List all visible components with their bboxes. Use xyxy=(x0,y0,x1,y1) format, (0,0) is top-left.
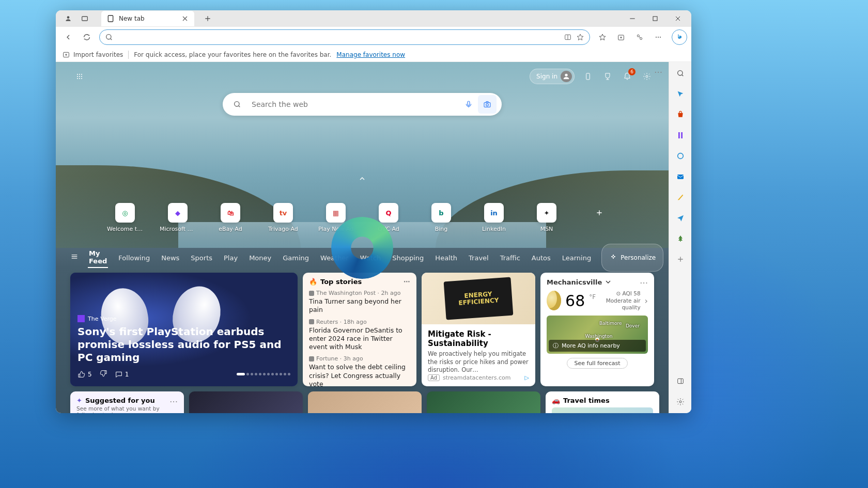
tab-actions-button[interactable] xyxy=(79,12,91,25)
app-launcher-button[interactable] xyxy=(71,68,88,85)
new-tab-button[interactable] xyxy=(200,11,215,26)
quick-link[interactable]: ◆Microsoft 365 xyxy=(162,203,193,232)
sidebar-games-icon[interactable] xyxy=(673,190,688,204)
feed-nav-item[interactable]: Traffic xyxy=(499,252,521,264)
notifications-icon[interactable]: 6 xyxy=(621,70,633,83)
sidebar-tree-icon[interactable] xyxy=(673,231,688,246)
collapse-quicklinks-button[interactable] xyxy=(358,175,366,185)
quick-link[interactable]: bBing xyxy=(426,203,457,232)
tab-close-button[interactable] xyxy=(181,14,189,23)
news-thumbnail-card[interactable] xyxy=(308,391,422,413)
close-window-button[interactable] xyxy=(667,10,689,27)
feed-nav-item[interactable]: Learning xyxy=(561,252,592,264)
news-thumbnail-card[interactable] xyxy=(427,391,540,413)
moon-icon xyxy=(547,291,561,310)
minimize-button[interactable] xyxy=(621,10,644,27)
feed-nav-item[interactable]: Play xyxy=(223,252,239,264)
personalize-button[interactable]: Personalize xyxy=(601,244,663,272)
feed-nav-item[interactable]: Money xyxy=(248,252,272,264)
feed-nav-item[interactable]: Autos xyxy=(531,252,552,264)
svg-point-15 xyxy=(81,74,82,75)
travel-times-card[interactable]: ⋯ 🚗Travel times xyxy=(546,391,659,413)
more-aq-button[interactable]: ⓘ More AQ info nearby xyxy=(549,340,646,352)
favorites-button[interactable] xyxy=(594,29,611,45)
mobile-icon[interactable] xyxy=(582,70,594,83)
feed-menu-icon[interactable] xyxy=(70,253,79,263)
feed-nav-item[interactable]: Travel xyxy=(468,252,490,264)
top-story-item[interactable]: The Washington Post · 2h agoTina Turner … xyxy=(309,290,410,314)
feed-nav-item[interactable]: My Feed xyxy=(88,247,108,268)
like-button[interactable]: 5 xyxy=(78,370,92,379)
feed-nav-item[interactable]: Health xyxy=(434,252,458,264)
quick-link[interactable]: tvTrivago·Ad xyxy=(268,203,299,232)
maximize-button[interactable] xyxy=(644,10,667,27)
sidebar-discover-icon[interactable] xyxy=(673,87,688,101)
card-menu-icon[interactable]: ⋯ xyxy=(169,397,178,406)
chevron-down-icon[interactable] xyxy=(604,278,612,286)
manage-favorites-link[interactable]: Manage favorites now xyxy=(336,51,405,58)
visual-search-icon[interactable] xyxy=(478,95,497,114)
edge-logo xyxy=(331,217,393,279)
address-bar[interactable] xyxy=(99,29,590,45)
carousel-dots[interactable] xyxy=(237,373,290,375)
svg-point-25 xyxy=(235,102,239,106)
profile-button[interactable] xyxy=(62,12,74,25)
split-screen-icon[interactable] xyxy=(564,33,572,41)
extensions-button[interactable] xyxy=(631,29,648,45)
news-thumbnail-card[interactable] xyxy=(189,391,303,413)
page-icon xyxy=(106,14,115,23)
rewards-icon[interactable] xyxy=(601,70,614,83)
import-favorites-icon[interactable]: Import favorites xyxy=(62,51,123,59)
top-story-item[interactable]: Reuters · 18h agoFlorida Governor DeSant… xyxy=(309,319,410,352)
page-content[interactable]: Sign in 6 xyxy=(56,62,669,413)
sidebar-add-button[interactable] xyxy=(673,252,688,266)
sidebar-shopping-icon[interactable] xyxy=(673,107,688,122)
tab-new-tab[interactable]: New tab xyxy=(101,11,194,26)
quick-link[interactable]: ◎Welcome to … xyxy=(110,203,141,232)
card-menu-icon[interactable]: ⋯ xyxy=(640,278,648,288)
feed-row-2: ⋯ ✦Suggested for you See more of what yo… xyxy=(56,391,669,413)
settings-icon[interactable] xyxy=(641,70,653,83)
svg-point-19 xyxy=(77,78,78,79)
refresh-button[interactable] xyxy=(79,29,95,45)
sidebar-outlook-icon[interactable] xyxy=(673,169,688,184)
favorite-star-icon[interactable] xyxy=(576,33,584,41)
feed-nav-item[interactable]: News xyxy=(160,252,180,264)
feed-nav-item[interactable]: Sports xyxy=(190,252,213,264)
weather-next-icon[interactable]: › xyxy=(645,296,648,306)
aq-map[interactable]: Baltimore Dover Washington ⓘ More AQ inf… xyxy=(547,316,648,354)
sidebar-drop-icon[interactable] xyxy=(673,211,688,225)
hero-news-card[interactable]: The Verge Sony's first PlayStation earbu… xyxy=(70,273,298,386)
address-input[interactable] xyxy=(117,34,560,41)
comments-button[interactable]: 1 xyxy=(115,370,129,379)
sidebar-toggle-button[interactable] xyxy=(673,374,688,388)
quick-link[interactable]: ✦MSN xyxy=(531,203,562,232)
sidebar-office-icon[interactable] xyxy=(673,149,688,163)
sign-in-button[interactable]: Sign in xyxy=(530,69,575,84)
feed-nav-item[interactable]: Following xyxy=(117,252,151,264)
weather-card[interactable]: Mechanicsville ⋯ 68 °F ⊙ AQI 58Moderate … xyxy=(540,273,654,386)
quick-link[interactable]: inLinkedIn xyxy=(478,203,509,232)
menu-button[interactable] xyxy=(650,29,667,45)
card-menu-icon[interactable]: ⋯ xyxy=(404,278,410,286)
top-story-item[interactable]: Fortune · 3h agoWant to solve the debt c… xyxy=(309,355,410,386)
ad-choices-icon[interactable]: ▷ xyxy=(525,374,529,381)
ad-card[interactable]: ENERGY EFFICIENCY Mitigate Risk - Sustai… xyxy=(422,273,535,386)
sidebar-search-icon[interactable] xyxy=(673,66,688,81)
sidebar-settings-button[interactable] xyxy=(673,395,688,409)
feed-nav-item[interactable]: Shopping xyxy=(391,252,425,264)
dislike-button[interactable] xyxy=(99,369,107,379)
bing-chat-button[interactable] xyxy=(672,29,687,45)
quick-link-add[interactable] xyxy=(584,203,615,232)
see-forecast-button[interactable]: See full forecast xyxy=(567,358,628,369)
web-search-bar[interactable] xyxy=(223,93,502,116)
feed-nav-item[interactable]: Gaming xyxy=(282,252,310,264)
ad-title: Mitigate Risk - Sustainability xyxy=(428,329,529,348)
ad-domain: streamdatacenters.com xyxy=(443,374,510,381)
sidebar-tools-icon[interactable] xyxy=(673,128,688,143)
collections-button[interactable] xyxy=(613,29,629,45)
voice-search-icon[interactable] xyxy=(459,95,478,114)
quick-link[interactable]: 🛍eBay·Ad xyxy=(215,203,246,232)
back-button[interactable] xyxy=(60,29,76,45)
web-search-input[interactable] xyxy=(252,100,459,108)
